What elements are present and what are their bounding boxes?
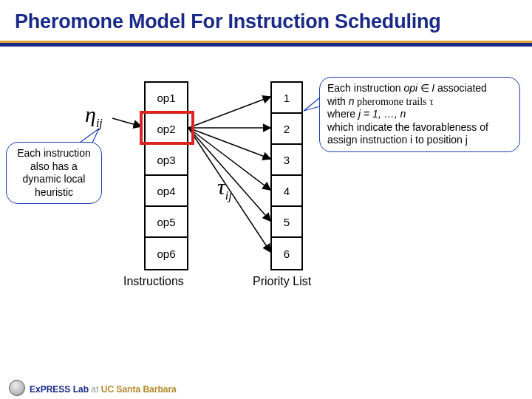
callout-left: Each instruction also has a dynamic loca… xyxy=(6,142,102,204)
callout-right-n: n xyxy=(349,95,355,107)
priority-column: 1 2 3 4 5 6 xyxy=(270,81,303,270)
tau-symbol: τij xyxy=(217,174,232,202)
tau-sub: ij xyxy=(225,189,232,202)
callout-right-text: pheromone trails τ xyxy=(355,96,434,107)
priority-cell: 5 xyxy=(272,207,301,238)
priority-cell: 2 xyxy=(272,114,301,145)
priority-cell: 1 xyxy=(272,83,301,114)
svg-line-9 xyxy=(304,106,320,111)
callout-right-in: ∈ xyxy=(417,83,432,94)
callout-right-text: with xyxy=(327,95,349,107)
seal-icon xyxy=(9,380,25,396)
footer: ExPRESS Lab at UC Santa Barbara xyxy=(0,377,532,399)
op-cell: op1 xyxy=(146,83,187,114)
footer-lab: ExPRESS Lab at UC Santa Barbara xyxy=(30,384,177,395)
highlight-box xyxy=(140,111,194,145)
page-title: Pheromone Model For Instruction Scheduli… xyxy=(0,0,532,41)
callout-right-opi: opi xyxy=(404,82,418,94)
eta-symbol: ηij xyxy=(85,102,103,130)
footer-lab-name: ExPRESS Lab xyxy=(30,384,89,395)
op-cell: op6 xyxy=(146,238,187,269)
svg-line-6 xyxy=(112,118,141,126)
callout-right-text: associated xyxy=(434,82,487,94)
priority-cell: 3 xyxy=(272,145,301,176)
op-cell: op5 xyxy=(146,207,187,238)
footer-at: at xyxy=(89,384,101,395)
priority-cell: 4 xyxy=(272,176,301,207)
instructions-column: op1 op2 op3 op4 op5 op6 xyxy=(144,81,188,270)
callout-right-text: where xyxy=(327,108,358,120)
priority-cell: 6 xyxy=(272,238,301,269)
divider-navy xyxy=(0,43,532,47)
eta-char: η xyxy=(85,102,96,126)
callout-right: Each instruction opi ∈ I associated with… xyxy=(319,77,520,152)
svg-line-10 xyxy=(304,98,320,111)
callout-right-j: j = 1, …, n xyxy=(358,108,406,120)
svg-line-0 xyxy=(188,97,270,128)
op-cell: op4 xyxy=(146,176,187,207)
eta-sub: ij xyxy=(96,117,103,129)
priority-label: Priority List xyxy=(253,275,311,288)
instructions-label: Instructions xyxy=(123,275,184,288)
callout-right-text: Each instruction xyxy=(327,82,404,94)
callout-right-text: which indicate the favorableness of assi… xyxy=(327,121,488,146)
svg-line-7 xyxy=(92,129,99,143)
diagram-stage: ηij τij op1 op2 op3 op4 op5 op6 1 2 3 4 … xyxy=(0,53,532,371)
footer-ucsb: UC Santa Barbara xyxy=(101,384,177,395)
op-cell: op3 xyxy=(146,145,187,176)
svg-line-2 xyxy=(188,128,270,159)
svg-line-8 xyxy=(80,129,99,143)
tau-char: τ xyxy=(217,174,225,199)
